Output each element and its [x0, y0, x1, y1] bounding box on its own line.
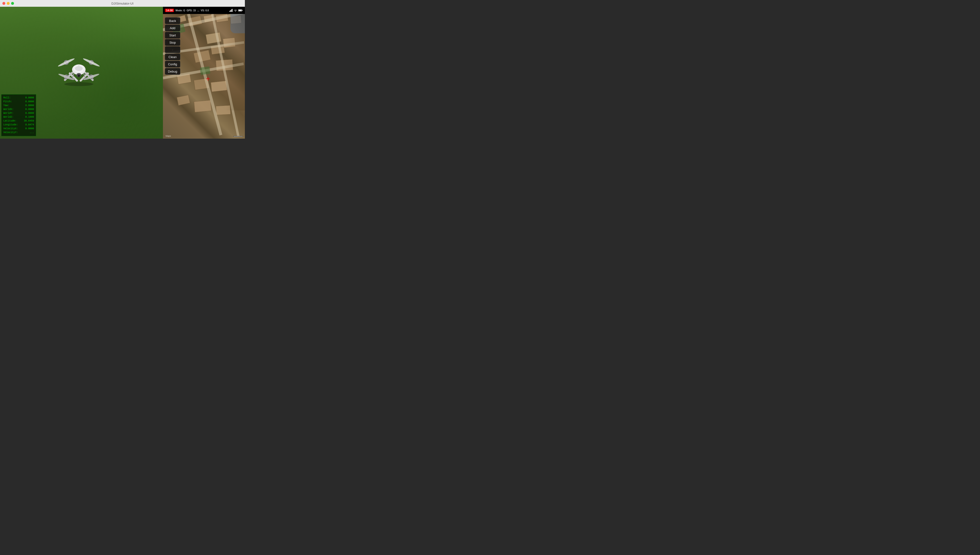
svg-rect-32: [231, 10, 231, 12]
telemetry-worldz: WorldZ: 0.1000: [3, 115, 34, 119]
time-display: 14:00: [165, 9, 174, 12]
drone-model: [52, 46, 105, 87]
map-watermark: Maps: [165, 135, 171, 137]
mobile-panel: 14:00 Mode: G GPS: 15 ... VS: 0.0: [163, 7, 245, 139]
config-button[interactable]: Config: [165, 61, 180, 67]
wifi-icon: [234, 9, 237, 12]
add-button[interactable]: Add: [165, 25, 180, 31]
vs-info: VS: 0.0: [201, 9, 209, 12]
minimize-button[interactable]: [7, 2, 10, 5]
svg-point-0: [64, 82, 93, 86]
sidebar-buttons: Back Add Start Stop - Clean Config Debug: [165, 18, 180, 75]
simulator-view: Roll: 0.0000 Pitch: 0.0000 Yaw: 0.0000 W…: [0, 7, 163, 139]
svg-rect-37: [239, 10, 242, 11]
maps-label: Maps: [166, 135, 171, 137]
svg-point-14: [82, 58, 100, 67]
telemetry-worldy: WorldY: 0.0000: [3, 111, 34, 115]
svg-point-30: [78, 75, 79, 76]
telemetry-longitude: Longitude: 0.0474: [3, 123, 34, 127]
separator-button[interactable]: -: [165, 46, 180, 53]
telemetry-roll: Roll: 0.0000: [3, 96, 34, 100]
telemetry-velocityx: VelocityX: 0.0000: [3, 127, 34, 131]
window-title: DJISimulator-UI: [111, 2, 133, 5]
telemetry-yaw: Yaw: 0.0000: [3, 104, 34, 107]
back-button[interactable]: Back: [165, 18, 180, 24]
telemetry-pitch: Pitch: 0.0000: [3, 100, 34, 104]
scale-line: [233, 136, 243, 137]
window-chrome: DJISimulator-UI: [0, 0, 245, 7]
status-bar: 14:00 Mode: G GPS: 15 ... VS: 0.0: [163, 7, 245, 14]
window-controls[interactable]: [2, 2, 14, 5]
clean-button[interactable]: Clean: [165, 53, 180, 60]
svg-point-29: [78, 75, 80, 77]
battery-icon: [238, 9, 243, 12]
telemetry-latitude: Latitude: 38.6459: [3, 119, 34, 123]
map-drone-marker: [206, 77, 210, 81]
svg-rect-36: [242, 10, 243, 11]
signal-icon: [229, 9, 233, 12]
telemetry-panel: Roll: 0.0000 Pitch: 0.0000 Yaw: 0.0000 W…: [1, 94, 36, 136]
map-area[interactable]: Back Add Start Stop - Clean Config Debug…: [163, 14, 245, 139]
svg-rect-34: [232, 9, 233, 12]
main-container: Roll: 0.0000 Pitch: 0.0000 Yaw: 0.0000 W…: [0, 7, 245, 139]
svg-point-13: [58, 58, 75, 67]
telemetry-worldx: WorldX: 0.0000: [3, 107, 34, 111]
svg-rect-31: [229, 11, 230, 12]
gps-info: GPS: 15: [187, 9, 196, 12]
svg-rect-33: [231, 10, 232, 12]
maximize-button[interactable]: [11, 2, 14, 5]
close-button[interactable]: [2, 2, 5, 5]
separator-dots: ...: [197, 9, 199, 12]
telemetry-velocityy: VelocityY: ...: [3, 131, 34, 135]
start-button[interactable]: Start: [165, 32, 180, 38]
scale-bar: [233, 136, 243, 137]
debug-button[interactable]: Debug: [165, 68, 180, 75]
mode-label: Mode: G: [176, 9, 185, 12]
stop-button[interactable]: Stop: [165, 39, 180, 46]
status-right: [229, 9, 243, 12]
